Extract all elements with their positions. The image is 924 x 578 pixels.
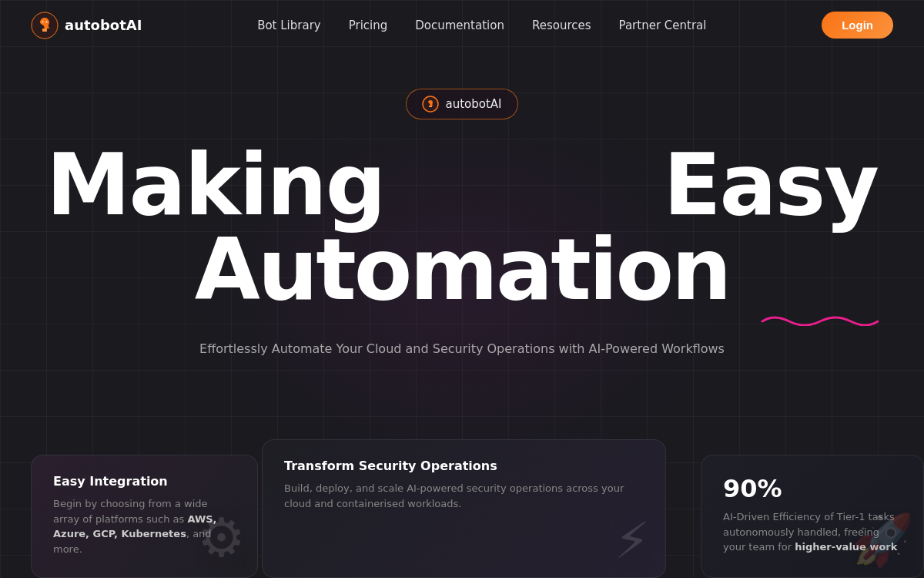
logo-text: autobotAI xyxy=(65,17,142,33)
svg-point-2 xyxy=(46,21,48,22)
card-security-title: Transform Security Operations xyxy=(284,459,644,473)
nav-partner-central[interactable]: Partner Central xyxy=(619,18,707,32)
headline-easy: Easy xyxy=(663,143,878,227)
headline-making: Making xyxy=(46,143,385,227)
card-integration-body-start: Begin by choosing from a wide array of p… xyxy=(53,498,208,525)
hero-subtext: Effortlessly Automate Your Cloud and Sec… xyxy=(199,341,725,356)
nav-resources[interactable]: Resources xyxy=(532,18,591,32)
card-security-body: Build, deploy, and scale AI-powered secu… xyxy=(284,481,644,511)
card-security: Transform Security Operations Build, dep… xyxy=(262,439,666,578)
efficiency-percent: 90% xyxy=(723,474,902,503)
cards-row: Easy Integration Begin by choosing from … xyxy=(0,424,924,578)
card-efficiency: 90% AI-Driven Efficiency of Tier-1 tasks… xyxy=(701,455,924,578)
nav-bot-library[interactable]: Bot Library xyxy=(257,18,321,32)
hero-headline: Making Easy Automation xyxy=(0,143,924,312)
headline-automation: Automation xyxy=(195,220,730,319)
login-button[interactable]: Login xyxy=(822,12,893,39)
hero-badge: autobotAI xyxy=(406,89,517,119)
navbar: autobotAI Bot Library Pricing Documentat… xyxy=(0,0,924,50)
squiggle-decoration xyxy=(758,311,882,326)
rocket-icon: 🚀 xyxy=(852,511,914,570)
card-integration: Easy Integration Begin by choosing from … xyxy=(31,455,258,578)
nav-documentation[interactable]: Documentation xyxy=(415,18,504,32)
hero-section: autobotAI Making Easy Automation Effortl… xyxy=(0,50,924,356)
badge-icon xyxy=(422,96,439,113)
card-integration-title: Easy Integration xyxy=(53,474,236,489)
nav-links: Bot Library Pricing Documentation Resour… xyxy=(257,18,706,32)
gear-icon: ⚙ xyxy=(197,506,246,570)
svg-rect-4 xyxy=(429,106,432,107)
nav-pricing[interactable]: Pricing xyxy=(349,18,388,32)
badge-text: autobotAI xyxy=(445,97,501,111)
logo-icon xyxy=(31,12,59,39)
svg-point-1 xyxy=(42,21,44,22)
logo[interactable]: autobotAI xyxy=(31,12,142,39)
workflow-icon: ⚡ xyxy=(614,512,650,570)
